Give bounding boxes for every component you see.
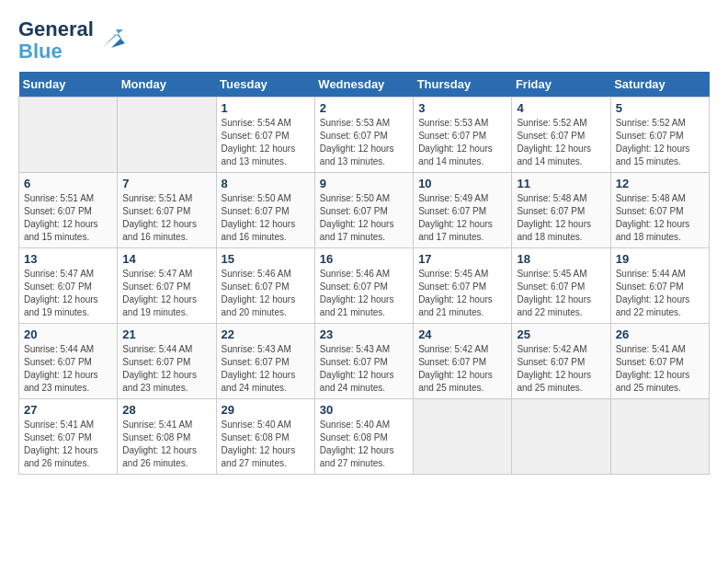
week-row-4: 20Sunrise: 5:44 AM Sunset: 6:07 PM Dayli… [19, 324, 710, 399]
day-number: 22 [222, 327, 310, 341]
day-number: 19 [616, 252, 704, 266]
calendar-cell: 30Sunrise: 5:40 AM Sunset: 6:08 PM Dayli… [314, 399, 413, 475]
day-number: 8 [222, 177, 310, 190]
day-info: Sunrise: 5:50 AM Sunset: 6:07 PM Dayligh… [320, 192, 408, 244]
day-info: Sunrise: 5:50 AM Sunset: 6:07 PM Dayligh… [222, 192, 310, 244]
day-info: Sunrise: 5:51 AM Sunset: 6:07 PM Dayligh… [24, 192, 112, 244]
day-number: 26 [616, 327, 704, 341]
calendar-cell: 3Sunrise: 5:53 AM Sunset: 6:07 PM Daylig… [414, 98, 512, 173]
calendar-cell: 7Sunrise: 5:51 AM Sunset: 6:07 PM Daylig… [118, 173, 216, 248]
day-info: Sunrise: 5:49 AM Sunset: 6:07 PM Dayligh… [418, 192, 506, 244]
calendar-cell: 21Sunrise: 5:44 AM Sunset: 6:07 PM Dayli… [118, 324, 216, 399]
column-header-tuesday: Tuesday [216, 72, 314, 98]
day-info: Sunrise: 5:46 AM Sunset: 6:07 PM Dayligh… [222, 268, 310, 319]
day-info: Sunrise: 5:41 AM Sunset: 6:07 PM Dayligh… [24, 419, 112, 470]
calendar-cell: 23Sunrise: 5:43 AM Sunset: 6:07 PM Dayli… [314, 324, 413, 399]
calendar-table: SundayMondayTuesdayWednesdayThursdayFrid… [18, 72, 710, 475]
calendar-cell: 26Sunrise: 5:41 AM Sunset: 6:07 PM Dayli… [610, 324, 709, 399]
day-number: 13 [24, 252, 112, 266]
day-info: Sunrise: 5:48 AM Sunset: 6:07 PM Dayligh… [517, 192, 605, 244]
calendar-cell: 20Sunrise: 5:44 AM Sunset: 6:07 PM Dayli… [19, 324, 118, 399]
svg-marker-0 [102, 29, 123, 48]
day-info: Sunrise: 5:41 AM Sunset: 6:08 PM Dayligh… [122, 419, 210, 470]
day-number: 2 [320, 101, 408, 115]
day-number: 3 [418, 101, 506, 115]
day-info: Sunrise: 5:52 AM Sunset: 6:07 PM Dayligh… [616, 117, 704, 168]
column-header-thursday: Thursday [414, 72, 512, 98]
calendar-cell [414, 399, 512, 475]
calendar-cell: 5Sunrise: 5:52 AM Sunset: 6:07 PM Daylig… [610, 98, 709, 173]
calendar-cell: 8Sunrise: 5:50 AM Sunset: 6:07 PM Daylig… [216, 173, 314, 248]
day-info: Sunrise: 5:47 AM Sunset: 6:07 PM Dayligh… [122, 268, 210, 319]
calendar-cell [512, 399, 610, 475]
day-number: 30 [320, 403, 408, 417]
day-number: 15 [222, 252, 310, 266]
day-number: 25 [517, 327, 605, 341]
calendar-cell: 10Sunrise: 5:49 AM Sunset: 6:07 PM Dayli… [414, 173, 512, 248]
day-info: Sunrise: 5:52 AM Sunset: 6:07 PM Dayligh… [517, 117, 605, 168]
calendar-cell [118, 98, 216, 173]
day-info: Sunrise: 5:42 AM Sunset: 6:07 PM Dayligh… [517, 343, 605, 395]
calendar-cell: 11Sunrise: 5:48 AM Sunset: 6:07 PM Dayli… [512, 173, 610, 248]
day-info: Sunrise: 5:40 AM Sunset: 6:08 PM Dayligh… [222, 419, 310, 470]
week-row-5: 27Sunrise: 5:41 AM Sunset: 6:07 PM Dayli… [19, 399, 710, 475]
day-info: Sunrise: 5:53 AM Sunset: 6:07 PM Dayligh… [418, 117, 506, 168]
week-row-3: 13Sunrise: 5:47 AM Sunset: 6:07 PM Dayli… [19, 248, 710, 324]
day-info: Sunrise: 5:44 AM Sunset: 6:07 PM Dayligh… [24, 343, 112, 395]
day-number: 7 [122, 177, 210, 190]
header-row: SundayMondayTuesdayWednesdayThursdayFrid… [19, 72, 710, 98]
logo: GeneralBlue [18, 18, 125, 63]
calendar-cell: 29Sunrise: 5:40 AM Sunset: 6:08 PM Dayli… [216, 399, 314, 475]
day-number: 21 [122, 327, 210, 341]
day-number: 27 [24, 403, 112, 417]
day-info: Sunrise: 5:43 AM Sunset: 6:07 PM Dayligh… [320, 343, 408, 395]
calendar-cell [19, 98, 118, 173]
day-number: 18 [517, 252, 605, 266]
day-info: Sunrise: 5:46 AM Sunset: 6:07 PM Dayligh… [320, 268, 408, 319]
day-number: 4 [517, 101, 605, 115]
calendar-cell: 16Sunrise: 5:46 AM Sunset: 6:07 PM Dayli… [314, 248, 413, 324]
column-header-saturday: Saturday [610, 72, 709, 98]
day-info: Sunrise: 5:40 AM Sunset: 6:08 PM Dayligh… [320, 419, 408, 470]
day-number: 23 [320, 327, 408, 341]
day-info: Sunrise: 5:45 AM Sunset: 6:07 PM Dayligh… [517, 268, 605, 319]
calendar-cell: 18Sunrise: 5:45 AM Sunset: 6:07 PM Dayli… [512, 248, 610, 324]
day-info: Sunrise: 5:51 AM Sunset: 6:07 PM Dayligh… [122, 192, 210, 244]
svg-marker-1 [111, 39, 125, 48]
day-number: 17 [418, 252, 506, 266]
calendar-cell: 22Sunrise: 5:43 AM Sunset: 6:07 PM Dayli… [216, 324, 314, 399]
calendar-cell: 6Sunrise: 5:51 AM Sunset: 6:07 PM Daylig… [19, 173, 118, 248]
logo-text: GeneralBlue [18, 18, 94, 63]
day-number: 20 [24, 327, 112, 341]
week-row-2: 6Sunrise: 5:51 AM Sunset: 6:07 PM Daylig… [19, 173, 710, 248]
day-info: Sunrise: 5:53 AM Sunset: 6:07 PM Dayligh… [320, 117, 408, 168]
day-number: 29 [222, 403, 310, 417]
column-header-friday: Friday [512, 72, 610, 98]
day-info: Sunrise: 5:48 AM Sunset: 6:07 PM Dayligh… [616, 192, 704, 244]
calendar-cell: 12Sunrise: 5:48 AM Sunset: 6:07 PM Dayli… [610, 173, 709, 248]
day-info: Sunrise: 5:54 AM Sunset: 6:07 PM Dayligh… [222, 117, 310, 168]
calendar-cell: 2Sunrise: 5:53 AM Sunset: 6:07 PM Daylig… [314, 98, 413, 173]
day-number: 14 [122, 252, 210, 266]
page-header: GeneralBlue [18, 18, 710, 63]
calendar-cell: 14Sunrise: 5:47 AM Sunset: 6:07 PM Dayli… [118, 248, 216, 324]
calendar-cell: 9Sunrise: 5:50 AM Sunset: 6:07 PM Daylig… [314, 173, 413, 248]
calendar-cell: 1Sunrise: 5:54 AM Sunset: 6:07 PM Daylig… [216, 98, 314, 173]
day-info: Sunrise: 5:47 AM Sunset: 6:07 PM Dayligh… [24, 268, 112, 319]
day-info: Sunrise: 5:44 AM Sunset: 6:07 PM Dayligh… [122, 343, 210, 395]
calendar-cell: 24Sunrise: 5:42 AM Sunset: 6:07 PM Dayli… [414, 324, 512, 399]
column-header-sunday: Sunday [19, 72, 118, 98]
calendar-cell: 4Sunrise: 5:52 AM Sunset: 6:07 PM Daylig… [512, 98, 610, 173]
day-number: 11 [517, 177, 605, 190]
day-info: Sunrise: 5:45 AM Sunset: 6:07 PM Dayligh… [418, 268, 506, 319]
day-number: 5 [616, 101, 704, 115]
logo-icon [97, 25, 125, 52]
day-number: 6 [24, 177, 112, 190]
calendar-cell: 27Sunrise: 5:41 AM Sunset: 6:07 PM Dayli… [19, 399, 118, 475]
day-number: 9 [320, 177, 408, 190]
day-number: 16 [320, 252, 408, 266]
day-info: Sunrise: 5:44 AM Sunset: 6:07 PM Dayligh… [616, 268, 704, 319]
calendar-cell: 25Sunrise: 5:42 AM Sunset: 6:07 PM Dayli… [512, 324, 610, 399]
calendar-cell: 19Sunrise: 5:44 AM Sunset: 6:07 PM Dayli… [610, 248, 709, 324]
day-number: 12 [616, 177, 704, 190]
